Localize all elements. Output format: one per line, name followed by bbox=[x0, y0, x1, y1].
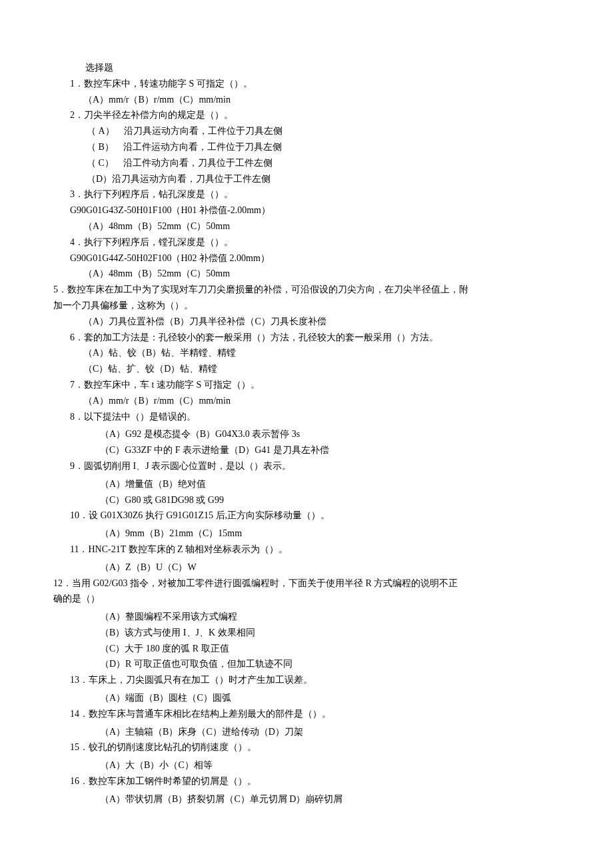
question-stem-cont: G90G01G44Z-50H02F100（H02 补偿值 2.00mm） bbox=[53, 250, 560, 266]
question-options: （A）Z（B）U（C）W bbox=[53, 558, 560, 576]
question-options: （A）48mm（B）52mm（C）50mm bbox=[53, 266, 560, 282]
question-options: （B）该方式与使用 I、J、K 效果相同 bbox=[53, 625, 560, 641]
question-options: （A）刀具位置补偿（B）刀具半径补偿（C）刀具长度补偿 bbox=[53, 314, 560, 330]
question-options: （A）主轴箱（B）床身（C）进给传动（D）刀架 bbox=[53, 722, 560, 740]
question-stem: 16．数控车床加工钢件时希望的切屑是（）。 bbox=[53, 773, 560, 789]
question-stem: 1．数控车床中，转速功能字 S 可指定（）。 bbox=[53, 76, 560, 92]
question-stem: 4．执行下列程序后，镗孔深度是（）。 bbox=[53, 234, 560, 250]
question-stem: 15．铰孔的切削速度比钻孔的切削速度（）。 bbox=[53, 739, 560, 755]
question-options: （A）整圆编程不采用该方式编程 bbox=[53, 607, 560, 625]
question-stem: 2．刀尖半径左补偿方向的规定是（）。 bbox=[53, 107, 560, 123]
question-options: （A）9mm（B）21mm（C）15mm bbox=[53, 524, 560, 542]
question-stem: 9．圆弧切削用 I、J 表示圆心位置时，是以（）表示。 bbox=[53, 458, 560, 474]
question-options: （A）G92 是模态提令（B）G04X3.0 表示暂停 3s bbox=[53, 424, 560, 442]
question-options: （A）端面（B）圆柱（C）圆弧 bbox=[53, 688, 560, 706]
question-options: （A）增量值（B）绝对值 bbox=[53, 474, 560, 492]
question-stem: 3．执行下列程序后，钻孔深度是（）。 bbox=[53, 187, 560, 203]
question-stem: 11．HNC-21T 数控车床的 Z 轴相对坐标表示为（）。 bbox=[53, 542, 560, 558]
question-stem: 6．套的加工方法是：孔径较小的套一般采用（）方法，孔径较大的套一般采用（）方法。 bbox=[53, 330, 560, 346]
question-stem-cont: G90G01G43Z-50H01F100（H01 补偿值-2.00mm） bbox=[53, 203, 560, 218]
question-options: （A）mm/r（B）r/mm（C）mm/min bbox=[53, 92, 560, 108]
question-options: （C）G33ZF 中的 F 表示进给量（D）G41 是刀具左补偿 bbox=[53, 442, 560, 458]
question-list: 1．数控车床中，转速功能字 S 可指定（）。（A）mm/r（B）r/mm（C）m… bbox=[53, 76, 560, 807]
question-options: （A）mm/r（B）r/mm（C）mm/min bbox=[53, 393, 560, 409]
question-options: （A）钻、铰（B）钻、半精镗、精镗 bbox=[53, 345, 560, 361]
question-stem: 12．当用 G02/G03 指令，对被加工零件进行圆弧编程时，下面关于使用半径 … bbox=[53, 576, 560, 592]
question-stem: 5．数控车床在加工中为了实现对车刀刀尖磨损量的补偿，可沿假设的刀尖方向，在刀尖半… bbox=[53, 282, 560, 298]
question-options: （C）钻、扩、铰（D）钻、精镗 bbox=[53, 361, 560, 377]
question-options: （C）大于 180 度的弧 R 取正值 bbox=[53, 641, 560, 657]
question-options: （C）G80 或 G81DG98 或 G99 bbox=[53, 492, 560, 508]
question-options: （A）大（B）小（C）相等 bbox=[53, 755, 560, 773]
question-stem: 10．设 G01X30Z6 执行 G91G01Z15 后,正方向实际移动量（）。 bbox=[53, 508, 560, 524]
question-options: （ C） 沿工件动方向看，刀具位于工件左侧 bbox=[53, 155, 560, 171]
question-options: （A）48mm（B）52mm（C）50mm bbox=[53, 218, 560, 234]
question-options: （A）带状切屑（B）挤裂切屑（C）单元切屑 D）崩碎切屑 bbox=[53, 789, 560, 807]
section-header: 选择题 bbox=[53, 60, 560, 76]
question-stem-cont: 加一个刀具偏移量，这称为（）。 bbox=[53, 298, 560, 314]
question-options: （ B） 沿工件运动方向看，工件位于刀具左侧 bbox=[53, 139, 560, 155]
question-stem: 7．数控车床中，车 t 速功能字 S 可指定（）。 bbox=[53, 377, 560, 393]
question-stem-cont: 确的是（） bbox=[53, 591, 560, 607]
question-options: （ A） 沿刀具运动方向看，工件位于刀具左侧 bbox=[53, 123, 560, 139]
question-options: （D）R 可取正值也可取负值，但加工轨迹不同 bbox=[53, 656, 560, 672]
question-stem: 8．以下提法中（）是错误的。 bbox=[53, 409, 560, 425]
question-options: （D）沿刀具运动方向看，刀具位于工件左侧 bbox=[53, 171, 560, 187]
question-stem: 14．数控车床与普通车床相比在结构上差别最大的部件是（）。 bbox=[53, 706, 560, 722]
question-stem: 13．车床上，刀尖圆弧只有在加工（）时才产生加工误差。 bbox=[53, 672, 560, 688]
